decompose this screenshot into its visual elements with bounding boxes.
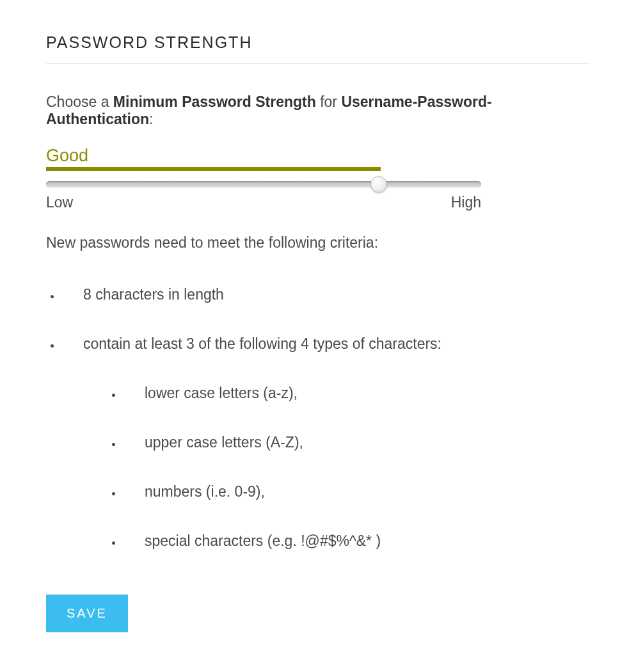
criteria-intro: New passwords need to meet the following… xyxy=(46,234,590,252)
strength-fill-bar xyxy=(46,167,381,171)
slider-end-labels: Low High xyxy=(46,194,481,211)
instruction-prefix: Choose a xyxy=(46,93,113,110)
slider-high-label: High xyxy=(451,194,481,211)
list-item: numbers (i.e. 0-9), xyxy=(123,483,590,500)
list-item-text: contain at least 3 of the following 4 ty… xyxy=(83,335,441,352)
slider-low-label: Low xyxy=(46,194,73,211)
slider-thumb[interactable] xyxy=(370,176,387,193)
list-item: upper case letters (A-Z), xyxy=(123,434,590,451)
list-item-text: lower case letters (a-z), xyxy=(145,385,298,401)
criteria-sublist: lower case letters (a-z), upper case let… xyxy=(83,385,590,550)
instruction-middle: for xyxy=(316,93,342,110)
strength-slider[interactable] xyxy=(46,176,481,188)
list-item: 8 characters in length xyxy=(61,286,590,303)
instruction-suffix: : xyxy=(149,111,153,127)
strength-value-label: Good xyxy=(46,146,590,166)
instruction-bold-1: Minimum Password Strength xyxy=(113,93,316,110)
list-item-text: special characters (e.g. !@#$%^&* ) xyxy=(145,532,381,549)
list-item: special characters (e.g. !@#$%^&* ) xyxy=(123,532,590,550)
slider-track[interactable] xyxy=(46,181,481,188)
section-title: PASSWORD STRENGTH xyxy=(46,33,590,64)
list-item-text: 8 characters in length xyxy=(83,286,224,303)
instruction-text: Choose a Minimum Password Strength for U… xyxy=(46,93,590,128)
criteria-list: 8 characters in length contain at least … xyxy=(46,286,590,550)
list-item: contain at least 3 of the following 4 ty… xyxy=(61,335,590,550)
list-item: lower case letters (a-z), xyxy=(123,385,590,402)
list-item-text: upper case letters (A-Z), xyxy=(145,434,303,451)
list-item-text: numbers (i.e. 0-9), xyxy=(145,483,265,500)
save-button[interactable]: SAVE xyxy=(46,595,128,632)
